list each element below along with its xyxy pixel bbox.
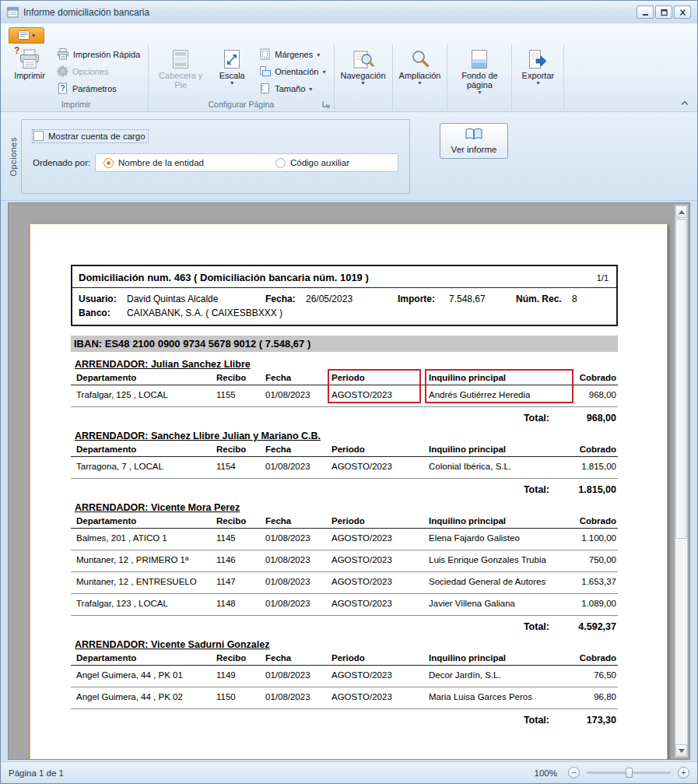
cell-inquilino: Maria Luisa Garces Peros <box>429 692 573 701</box>
column-header: Fecha <box>265 373 331 382</box>
column-header: Cobrado <box>573 516 618 526</box>
dialog-launcher-configurar-pagina[interactable] <box>321 99 331 109</box>
sort-radio-group: Nombre de la entidad Código auxiliar <box>95 153 398 172</box>
ordenado-row: Ordenado por: Nombre de la entidad Códig… <box>33 153 398 172</box>
fecha-label: Fecha: <box>265 294 306 304</box>
cell-cobrado: 76,50 <box>573 670 618 680</box>
zoom-in-button[interactable]: + <box>678 767 689 779</box>
imprimir-button[interactable]: ? Imprimir <box>8 46 51 81</box>
cell-recibo: 1149 <box>216 670 265 680</box>
maximize-button[interactable] <box>655 5 672 19</box>
zoom-out-button[interactable]: − <box>568 767 580 779</box>
ribbon-group-exportar: Exportar ▾ <box>512 44 564 111</box>
usuario-value: David Quintas Alcalde <box>127 294 265 304</box>
parameters-icon: ? <box>57 83 68 96</box>
cell-fecha: 01/08/2023 <box>265 533 331 543</box>
cell-periodo: AGOSTO/2023 <box>331 390 429 399</box>
column-header: Fecha <box>265 653 331 663</box>
parametros-button[interactable]: ? Parámetros <box>53 80 144 97</box>
ver-informe-button[interactable]: Ver informe <box>440 123 508 159</box>
app-menu-button[interactable]: ▾ <box>9 27 44 44</box>
total-label: Total: <box>524 715 549 726</box>
report-title: Domiciliación num. 463 ( Domiciliación b… <box>79 272 369 283</box>
table-body: Trafalgar, 125 , LOCAL 1155 01/08/2023 A… <box>71 385 618 407</box>
fondo-de-pagina-button[interactable]: Fondo de página ▾ <box>451 46 507 96</box>
printer-icon: ? <box>18 48 41 69</box>
cell-cobrado: 1.100,00 <box>573 533 618 543</box>
report-sections: ARRENDADOR: Julian Sanchez Llibre Depart… <box>71 359 616 726</box>
group-label-imprimir: Imprimir <box>5 99 146 111</box>
cell-recibo: 1148 <box>216 599 265 608</box>
banco-label: Banco: <box>79 308 127 318</box>
mostrar-cuenta-label: Mostrar cuenta de cargo <box>48 132 146 141</box>
header-footer-icon <box>171 48 190 69</box>
options-panel-tab[interactable]: Opciones <box>5 119 21 194</box>
book-icon <box>465 128 483 142</box>
imprimir-label: Imprimir <box>14 71 45 80</box>
exportar-button[interactable]: Exportar ▾ <box>516 46 559 86</box>
navegacion-button[interactable]: Navegación ▾ <box>338 46 388 86</box>
minimize-button[interactable] <box>637 5 654 19</box>
table-header-row: DepartamentoReciboFechaPeriodoInquilino … <box>71 652 618 666</box>
importe-value: 7.548,67 <box>449 294 516 304</box>
checkbox-icon <box>33 131 44 141</box>
cell-recibo: 1147 <box>216 577 265 586</box>
mostrar-cuenta-checkbox[interactable]: Mostrar cuenta de cargo <box>33 130 148 142</box>
column-header: Periodo <box>331 373 429 382</box>
table-header-row: DepartamentoReciboFechaPeriodoInquilino … <box>71 443 618 457</box>
table-row: Trafalgar, 125 , LOCAL 1155 01/08/2023 A… <box>71 385 618 407</box>
cell-departamento: Angel Guimera, 44 , PK 02 <box>71 692 216 701</box>
tamano-button[interactable]: Tamaño ▾ <box>255 80 329 97</box>
ordenado-por-label: Ordenado por: <box>33 158 95 167</box>
total-row: Total: 173,30 <box>71 709 618 726</box>
arrendador-heading: ARRENDADOR: Vicente Sadurni Gonzalez <box>75 639 618 650</box>
usuario-label: Usuario: <box>79 294 127 304</box>
escala-button[interactable]: Escala ▾ <box>210 46 254 86</box>
report-page: Domiciliación num. 463 ( Domiciliación b… <box>30 223 668 760</box>
ribbon-collapse-button[interactable] <box>679 98 690 107</box>
radio-icon <box>103 158 114 168</box>
zoom-slider[interactable] <box>587 772 671 774</box>
scroll-thumb[interactable] <box>675 219 687 539</box>
scroll-down-button[interactable] <box>675 744 687 757</box>
orientacion-button[interactable]: Orientación ▾ <box>255 63 329 80</box>
ampliacion-button[interactable]: Ampliación ▾ <box>397 46 444 86</box>
cell-inquilino: Elena Fajardo Galisteo <box>429 533 573 543</box>
cell-inquilino: Decor Jardín, S.L. <box>429 670 573 680</box>
report-title-row: Domiciliación num. 463 ( Domiciliación b… <box>72 266 616 288</box>
opciones-label: Opciones <box>72 67 108 76</box>
chevron-down-icon: ▾ <box>478 90 481 95</box>
table-row: Balmes, 201 , ATICO 1 1145 01/08/2023 AG… <box>71 529 618 550</box>
total-label: Total: <box>524 484 549 495</box>
section-table: DepartamentoReciboFechaPeriodoInquilino … <box>71 515 618 616</box>
radio-codigo-auxiliar[interactable]: Código auxiliar <box>275 158 349 168</box>
total-row: Total: 4.592,37 <box>71 616 618 632</box>
section-table: DepartamentoReciboFechaPeriodoInquilino … <box>71 443 618 479</box>
cell-inquilino: Colonial Ibérica, S.L. <box>429 462 573 471</box>
cell-inquilino: Javier Villena Galiana <box>429 599 573 608</box>
orientation-icon <box>259 65 271 79</box>
margenes-label: Márgenes <box>275 50 313 59</box>
preview-scrollbar[interactable] <box>675 205 688 758</box>
column-header: Recibo <box>216 516 265 526</box>
scroll-up-button[interactable] <box>675 206 687 218</box>
opciones-button: Opciones <box>53 63 144 80</box>
table-body: Balmes, 201 , ATICO 1 1145 01/08/2023 AG… <box>71 529 618 616</box>
impresion-rapida-button[interactable]: Impresión Rápida <box>53 46 144 63</box>
margenes-button[interactable]: Márgenes ▾ <box>255 46 329 63</box>
arrow-down-icon <box>679 749 685 753</box>
ribbon-group-configurar-pagina: Cabecera y Pie Escala ▾ Márgenes ▾ <box>149 44 334 111</box>
cell-departamento: Balmes, 201 , ATICO 1 <box>71 533 216 543</box>
total-label: Total: <box>524 621 549 632</box>
scale-icon <box>223 48 241 69</box>
ribbon: ▾ ? Imprimir Imp <box>1 24 697 112</box>
cell-periodo: AGOSTO/2023 <box>331 577 429 586</box>
table-body: Tarragona, 7 , LOCAL 1154 01/08/2023 AGO… <box>71 457 618 479</box>
chevron-down-icon: ▾ <box>418 80 421 86</box>
zoom-slider-thumb[interactable] <box>626 768 633 778</box>
arrendador-section: ARRENDADOR: Vicente Sadurni Gonzalez Dep… <box>71 639 618 726</box>
close-button[interactable] <box>674 5 691 19</box>
section-table: DepartamentoReciboFechaPeriodoInquilino … <box>71 371 618 407</box>
radio-nombre-entidad[interactable]: Nombre de la entidad <box>103 158 204 168</box>
group-label-ampliacion <box>395 98 446 111</box>
